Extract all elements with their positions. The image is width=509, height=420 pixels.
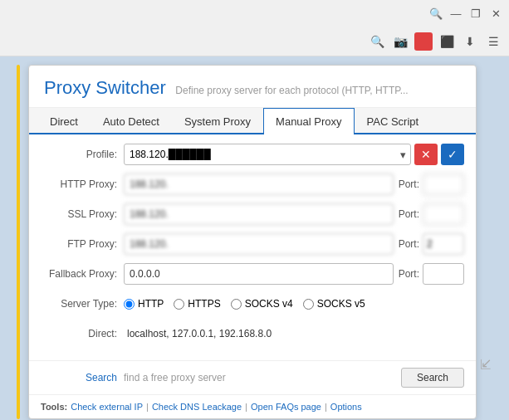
search-label: Search bbox=[41, 372, 124, 383]
footer-sep-2: | bbox=[245, 402, 247, 412]
panel-header: Proxy Switcher Define proxy server for e… bbox=[29, 66, 476, 108]
ssl-port-label: Port: bbox=[399, 208, 419, 220]
window-chrome: 🔍 — ❐ ✕ 🔍 📷 ⬛ ⬇ ☰ bbox=[0, 0, 509, 56]
panel-footer: Tools: Check external IP | Check DNS Lea… bbox=[29, 394, 476, 418]
title-bar: 🔍 — ❐ ✕ bbox=[0, 0, 509, 27]
camera-icon[interactable]: 📷 bbox=[391, 32, 409, 51]
radio-socks4[interactable]: SOCKS v4 bbox=[231, 298, 293, 310]
proxy-status-icon[interactable] bbox=[414, 32, 433, 51]
http-proxy-label: HTTP Proxy: bbox=[41, 178, 124, 190]
ftp-proxy-label: FTP Proxy: bbox=[41, 238, 124, 250]
http-port-label: Port: bbox=[399, 178, 419, 190]
tab-manual-proxy[interactable]: Manual Proxy bbox=[263, 108, 354, 134]
footer-sep-1: | bbox=[146, 402, 149, 412]
direct-row: Direct: localhost, 127.0.0.1, 192.168.8.… bbox=[41, 322, 464, 345]
footer-link-dns-leackage[interactable]: Check DNS Leackage bbox=[152, 402, 242, 412]
fallback-port-input[interactable] bbox=[423, 263, 464, 285]
profile-select-wrap: 188.120.██████ ▾ bbox=[124, 144, 411, 165]
confirm-profile-button[interactable]: ✓ bbox=[441, 144, 464, 165]
http-proxy-input[interactable] bbox=[124, 173, 394, 195]
tab-direct[interactable]: Direct bbox=[37, 108, 91, 134]
yellow-accent-bar bbox=[17, 65, 20, 419]
radio-socks4-input[interactable] bbox=[231, 299, 242, 310]
radio-http-input[interactable] bbox=[124, 299, 135, 310]
footer-sep-3: | bbox=[325, 402, 327, 412]
tools-label: Tools: bbox=[41, 402, 67, 412]
footer-link-external-ip[interactable]: Check external IP bbox=[71, 402, 143, 412]
ftp-port-label: Port: bbox=[399, 238, 419, 250]
proxy-panel: Proxy Switcher Define proxy server for e… bbox=[28, 65, 477, 419]
ftp-proxy-row: FTP Proxy: Port: bbox=[41, 232, 464, 256]
tab-system-proxy[interactable]: System Proxy bbox=[172, 108, 263, 134]
cube-icon[interactable]: ⬛ bbox=[438, 32, 456, 51]
menu-icon[interactable]: ☰ bbox=[484, 32, 502, 51]
footer-link-options[interactable]: Options bbox=[330, 402, 362, 412]
panel-title: Proxy Switcher bbox=[44, 77, 166, 98]
fallback-proxy-label: Fallback Proxy: bbox=[41, 268, 124, 280]
magnify-icon[interactable]: 🔍 bbox=[368, 32, 386, 51]
radio-https-input[interactable] bbox=[174, 299, 184, 310]
tab-pac-script[interactable]: PAC Script bbox=[355, 108, 432, 134]
close-button[interactable]: ✕ bbox=[489, 7, 502, 20]
ftp-port-input[interactable] bbox=[423, 233, 464, 255]
form-area: Profile: 188.120.██████ ▾ ✕ ✓ HTTP Proxy… bbox=[29, 134, 476, 360]
ssl-proxy-input[interactable] bbox=[124, 203, 394, 225]
profile-label: Profile: bbox=[41, 149, 124, 160]
delete-profile-button[interactable]: ✕ bbox=[414, 144, 438, 165]
radio-socks5[interactable]: SOCKS v5 bbox=[303, 298, 365, 310]
server-type-radio-group: HTTP HTTPS SOCKS v4 SOCKS v5 bbox=[124, 298, 464, 310]
profile-input-group: 188.120.██████ ▾ ✕ ✓ bbox=[124, 144, 464, 165]
server-type-label: Server Type: bbox=[41, 298, 124, 310]
radio-https[interactable]: HTTPS bbox=[174, 298, 220, 310]
toolbar: 🔍 📷 ⬛ ⬇ ☰ bbox=[0, 27, 509, 56]
fallback-proxy-input[interactable] bbox=[124, 263, 394, 285]
download-icon[interactable]: ⬇ bbox=[461, 32, 479, 51]
ssl-port-input[interactable] bbox=[423, 203, 464, 225]
ssl-proxy-label: SSL Proxy: bbox=[41, 208, 124, 220]
maximize-button[interactable]: ❐ bbox=[469, 7, 482, 20]
fallback-proxy-row: Fallback Proxy: Port: bbox=[41, 262, 464, 286]
radio-http[interactable]: HTTP bbox=[124, 298, 164, 310]
minimize-button[interactable]: — bbox=[449, 7, 463, 20]
search-icon[interactable]: 🔍 bbox=[429, 7, 443, 20]
main-content: Proxy Switcher Define proxy server for e… bbox=[0, 56, 509, 420]
http-proxy-row: HTTP Proxy: Port: bbox=[41, 173, 464, 196]
fallback-port-label: Port: bbox=[399, 268, 419, 280]
radio-socks5-input[interactable] bbox=[303, 299, 314, 310]
search-hint-text: find a free proxy server bbox=[124, 372, 401, 383]
profile-select[interactable]: 188.120.██████ bbox=[124, 144, 411, 165]
tab-auto-detect[interactable]: Auto Detect bbox=[91, 108, 172, 134]
tab-bar: Direct Auto Detect System Proxy Manual P… bbox=[29, 108, 476, 134]
http-port-input[interactable] bbox=[423, 173, 464, 195]
panel-subtitle: Define proxy server for each protocol (H… bbox=[175, 85, 408, 96]
footer-link-faqs[interactable]: Open FAQs page bbox=[251, 402, 321, 412]
direct-label: Direct: bbox=[41, 328, 124, 339]
scroll-hint-icon: ⇲ bbox=[477, 359, 493, 369]
ssl-proxy-row: SSL Proxy: Port: bbox=[41, 203, 464, 226]
search-row: Search find a free proxy server Search bbox=[29, 360, 476, 394]
profile-row: Profile: 188.120.██████ ▾ ✕ ✓ bbox=[41, 143, 464, 166]
server-type-row: Server Type: HTTP HTTPS SOCKS v4 bbox=[41, 292, 464, 315]
ftp-proxy-input[interactable] bbox=[124, 233, 394, 255]
direct-value: localhost, 127.0.0.1, 192.168.8.0 bbox=[124, 326, 464, 341]
search-button[interactable]: Search bbox=[401, 368, 464, 388]
